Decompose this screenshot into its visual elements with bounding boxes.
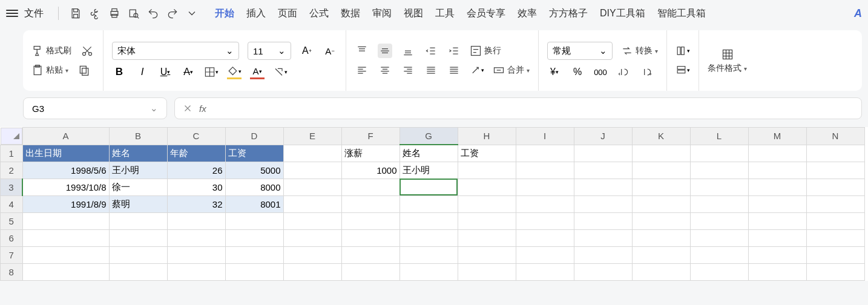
cell-H4[interactable] [458, 195, 516, 212]
cell-M8[interactable] [748, 263, 806, 280]
italic-icon[interactable]: I [135, 65, 150, 79]
cell-F7[interactable] [341, 246, 399, 263]
distribute-icon[interactable] [447, 63, 461, 77]
format-painter-button[interactable]: 格式刷 [31, 45, 71, 57]
cell-G1[interactable]: 姓名 [399, 145, 458, 162]
cell-D6[interactable] [225, 229, 283, 246]
cell-B1[interactable]: 姓名 [109, 145, 167, 162]
cell-E8[interactable] [283, 263, 341, 280]
tab-diy[interactable]: DIY工具箱 [600, 5, 645, 22]
font-name-select[interactable]: 宋体⌄ [112, 42, 239, 60]
cell-M2[interactable] [748, 162, 806, 179]
cell-C8[interactable] [167, 263, 225, 280]
col-header-B[interactable]: B [109, 128, 167, 145]
cell-G7[interactable] [399, 246, 458, 263]
cell-A7[interactable] [22, 246, 109, 263]
cell-G3[interactable] [399, 179, 458, 195]
align-bottom-icon[interactable] [401, 44, 415, 58]
cell-N6[interactable] [806, 229, 864, 246]
cut-icon[interactable] [80, 44, 94, 58]
cell-I5[interactable] [516, 212, 574, 229]
cell-M4[interactable] [748, 195, 806, 212]
conditional-format-button[interactable]: 条件格式▾ [708, 63, 747, 74]
cell-G8[interactable] [399, 263, 458, 280]
cell-E3[interactable] [283, 179, 341, 195]
convert-button[interactable]: 转换▾ [621, 45, 658, 57]
cell-D7[interactable] [225, 246, 283, 263]
formula-bar[interactable]: fx [174, 97, 862, 119]
cell-C2[interactable]: 26 [167, 162, 225, 179]
cell-B8[interactable] [109, 263, 167, 280]
cell-I8[interactable] [516, 263, 574, 280]
justify-icon[interactable] [424, 63, 438, 77]
tab-member[interactable]: 会员专享 [467, 5, 505, 22]
cell-G6[interactable] [399, 229, 458, 246]
cell-A8[interactable] [22, 263, 109, 280]
cell-I7[interactable] [516, 246, 574, 263]
cell-L8[interactable] [690, 263, 748, 280]
cell-F6[interactable] [341, 229, 399, 246]
currency-icon[interactable]: ¥▾ [547, 65, 562, 79]
col-header-J[interactable]: J [574, 128, 632, 145]
save-icon[interactable] [67, 5, 84, 22]
copy-icon[interactable] [77, 63, 91, 77]
orientation-icon[interactable]: ▾ [470, 63, 484, 77]
cell-J3[interactable] [574, 179, 632, 195]
cell-F4[interactable] [341, 195, 399, 212]
col-header-D[interactable]: D [225, 128, 283, 145]
cancel-icon[interactable] [182, 103, 193, 114]
cell-A2[interactable]: 1998/5/6 [22, 162, 109, 179]
cell-N8[interactable] [806, 263, 864, 280]
conditional-format-icon[interactable] [720, 47, 735, 62]
cell-L7[interactable] [690, 246, 748, 263]
cell-C4[interactable]: 32 [167, 195, 225, 212]
cell-N2[interactable] [806, 162, 864, 179]
cell-N1[interactable] [806, 145, 864, 162]
cell-K6[interactable] [632, 229, 690, 246]
borders-icon[interactable]: ▾ [204, 65, 219, 79]
cell-N3[interactable] [806, 179, 864, 195]
cell-E6[interactable] [283, 229, 341, 246]
cell-D2[interactable]: 5000 [225, 162, 283, 179]
decrease-font-icon[interactable]: A− [323, 44, 337, 58]
tab-page[interactable]: 页面 [278, 5, 297, 22]
cell-J4[interactable] [574, 195, 632, 212]
cell-L1[interactable] [690, 145, 748, 162]
ai-assistant-icon[interactable]: A [854, 7, 862, 20]
col-header-N[interactable]: N [806, 128, 864, 145]
percent-icon[interactable]: % [570, 65, 585, 79]
cell-M5[interactable] [748, 212, 806, 229]
col-header-H[interactable]: H [458, 128, 516, 145]
cell-F3[interactable] [341, 179, 399, 195]
cell-I1[interactable] [516, 145, 574, 162]
col-header-A[interactable]: A [22, 128, 109, 145]
cell-J8[interactable] [574, 263, 632, 280]
row-header-8[interactable]: 8 [1, 263, 23, 280]
font-size-select[interactable]: 11⌄ [248, 42, 291, 60]
cell-J2[interactable] [574, 162, 632, 179]
cell-C3[interactable]: 30 [167, 179, 225, 195]
cell-B7[interactable] [109, 246, 167, 263]
col-header-G[interactable]: G [399, 128, 458, 145]
underline-icon[interactable]: U▾ [158, 65, 173, 79]
col-header-F[interactable]: F [341, 128, 399, 145]
col-header-E[interactable]: E [283, 128, 341, 145]
cell-E7[interactable] [283, 246, 341, 263]
row-header-7[interactable]: 7 [1, 246, 23, 263]
cell-N7[interactable] [806, 246, 864, 263]
align-center-icon[interactable] [378, 63, 392, 77]
cell-D1[interactable]: 工资 [225, 145, 283, 162]
cell-L4[interactable] [690, 195, 748, 212]
cell-L5[interactable] [690, 212, 748, 229]
cell-B6[interactable] [109, 229, 167, 246]
align-left-icon[interactable] [355, 63, 369, 77]
name-box[interactable]: G3 ⌄ [23, 97, 167, 119]
delete-cells-icon[interactable]: ▾ [676, 63, 690, 77]
align-top-icon[interactable] [355, 44, 369, 58]
cell-K7[interactable] [632, 246, 690, 263]
row-header-4[interactable]: 4 [1, 195, 23, 212]
col-header-M[interactable]: M [748, 128, 806, 145]
cell-J1[interactable] [574, 145, 632, 162]
cell-K3[interactable] [632, 179, 690, 195]
tab-home[interactable]: 开始 [215, 5, 234, 22]
